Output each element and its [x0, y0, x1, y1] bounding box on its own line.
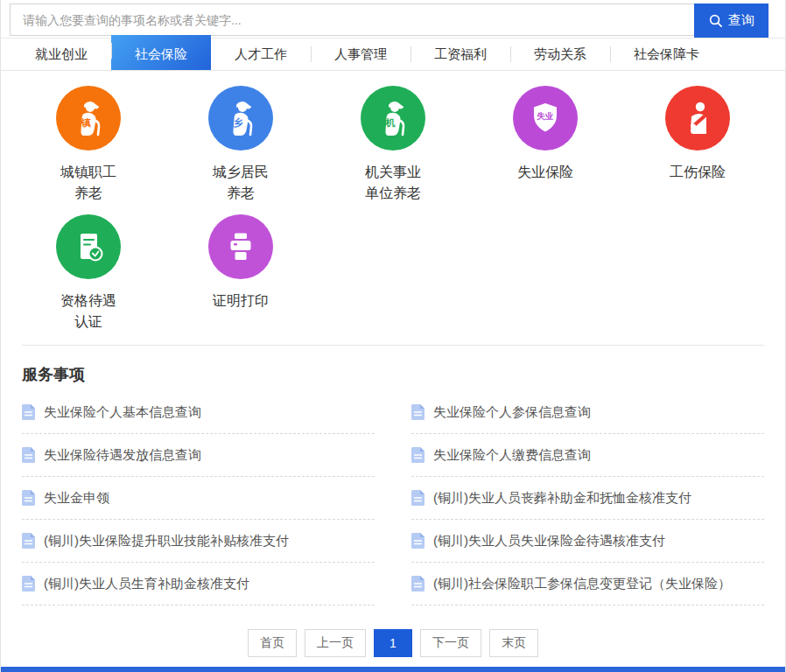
tab-social-security-card[interactable]: 社会保障卡 — [610, 38, 723, 70]
service-label: 失业保险个人参保信息查询 — [433, 404, 591, 421]
document-icon — [411, 533, 425, 549]
pagination-first-button[interactable]: 首页 — [248, 629, 297, 657]
search-button-label: 查询 — [728, 12, 754, 29]
category-urban-worker-pension[interactable]: 镇 城镇职工 养老 — [12, 86, 165, 204]
service-label: (铜川)社会保险职工参保信息变更登记（失业保险） — [433, 576, 731, 592]
service-link[interactable]: 失业保险个人基本信息查询 — [22, 391, 375, 434]
services-section: 服务事项 失业保险个人基本信息查询 失业保险待遇发放信息查询 失业金申领 (铜川 — [1, 364, 785, 606]
category-label: 资格待遇 认证 — [60, 290, 116, 332]
services-title: 服务事项 — [22, 364, 764, 385]
pagination-current-page[interactable]: 1 — [374, 629, 412, 657]
tab-employment[interactable]: 就业创业 — [11, 38, 111, 70]
urban-worker-pension-icon: 镇 — [56, 86, 121, 150]
service-link[interactable]: 失业保险待遇发放信息查询 — [22, 434, 375, 477]
service-link[interactable]: 失业金申领 — [22, 477, 375, 520]
tab-bar: 就业创业 社会保险 人才工作 人事管理 工资福利 劳动关系 社会保障卡 — [1, 38, 785, 71]
category-unemployment-insurance[interactable]: 失业 失业保险 — [469, 86, 621, 204]
service-label: (铜川)失业人员丧葬补助金和抚恤金核准支付 — [433, 490, 691, 507]
category-label: 工伤保险 — [670, 162, 726, 183]
category-certificate-print[interactable]: 证明打印 — [165, 214, 317, 332]
tab-label: 工资福利 — [434, 46, 487, 63]
service-label: (铜川)失业保险提升职业技能补贴核准支付 — [44, 533, 289, 550]
category-label: 证明打印 — [213, 290, 269, 312]
search-box: 查询 — [10, 4, 768, 36]
footer-accent-bar — [1, 667, 785, 672]
search-bar: 查询 — [1, 0, 785, 38]
service-label: (铜川)失业人员失业保险金待遇核准支付 — [433, 533, 665, 550]
search-icon — [708, 13, 723, 28]
svg-text:乡: 乡 — [234, 117, 243, 128]
unemployment-insurance-icon: 失业 — [513, 86, 578, 150]
service-label: 失业保险待遇发放信息查询 — [44, 447, 201, 464]
document-icon — [22, 533, 35, 549]
document-icon — [22, 576, 35, 592]
tab-wages-welfare[interactable]: 工资福利 — [411, 38, 510, 70]
document-icon — [411, 404, 425, 420]
qualification-certification-icon — [56, 214, 121, 279]
search-input[interactable] — [11, 4, 768, 35]
tab-label: 劳动关系 — [534, 46, 586, 63]
category-label: 机关事业 单位养老 — [365, 162, 421, 204]
service-link[interactable]: (铜川)失业人员失业保险金待遇核准支付 — [411, 520, 764, 563]
tab-labor-relations[interactable]: 劳动关系 — [510, 38, 610, 70]
category-label: 失业保险 — [517, 162, 573, 183]
tab-label: 人才工作 — [235, 46, 287, 63]
category-rural-resident-pension[interactable]: 乡 城乡居民 养老 — [165, 86, 317, 204]
tab-social-insurance[interactable]: 社会保险 — [111, 35, 211, 70]
section-divider — [22, 345, 764, 346]
service-link[interactable]: (铜川)失业人员丧葬补助金和抚恤金核准支付 — [411, 477, 764, 520]
tab-talent-work[interactable]: 人才工作 — [211, 38, 311, 70]
service-link[interactable]: 失业保险个人参保信息查询 — [411, 391, 764, 434]
rural-resident-pension-icon: 乡 — [208, 86, 273, 150]
category-qualification-certification[interactable]: 资格待遇 认证 — [12, 214, 165, 332]
work-injury-insurance-icon — [665, 86, 730, 150]
services-left-column: 失业保险个人基本信息查询 失业保险待遇发放信息查询 失业金申领 (铜川)失业保险… — [22, 391, 375, 606]
search-button[interactable]: 查询 — [694, 4, 768, 38]
service-link[interactable]: (铜川)失业保险提升职业技能补贴核准支付 — [22, 520, 375, 563]
category-label: 城镇职工 养老 — [60, 162, 116, 204]
government-agency-pension-icon: 机 — [361, 86, 425, 150]
pagination-prev-button[interactable]: 上一页 — [305, 629, 366, 657]
service-link[interactable]: (铜川)失业人员生育补助金核准支付 — [22, 563, 375, 606]
service-label: 失业保险个人基本信息查询 — [44, 404, 201, 421]
pagination: 首页 上一页 1 下一页 末页 — [1, 629, 785, 657]
svg-text:失业: 失业 — [537, 111, 554, 121]
document-icon — [22, 404, 35, 420]
pagination-last-button[interactable]: 末页 — [489, 629, 538, 657]
tab-personnel-management[interactable]: 人事管理 — [311, 38, 411, 70]
services-grid: 失业保险个人基本信息查询 失业保险待遇发放信息查询 失业金申领 (铜川)失业保险… — [22, 391, 764, 606]
service-label: 失业金申领 — [44, 490, 109, 507]
document-icon — [411, 447, 425, 463]
document-icon — [22, 490, 35, 506]
category-label: 城乡居民 养老 — [213, 162, 269, 204]
certificate-print-icon — [208, 214, 273, 279]
services-right-column: 失业保险个人参保信息查询 失业保险个人缴费信息查询 (铜川)失业人员丧葬补助金和… — [411, 391, 764, 606]
document-icon — [411, 576, 425, 592]
category-work-injury-insurance[interactable]: 工伤保险 — [621, 86, 774, 204]
tab-label: 社会保险 — [135, 46, 187, 63]
service-label: 失业保险个人缴费信息查询 — [433, 447, 591, 464]
tab-label: 就业创业 — [35, 46, 88, 63]
svg-text:机: 机 — [385, 117, 396, 128]
service-link[interactable]: 失业保险个人缴费信息查询 — [411, 434, 764, 477]
document-icon — [22, 447, 35, 463]
pagination-next-button[interactable]: 下一页 — [420, 629, 481, 657]
tab-label: 社会保障卡 — [634, 46, 699, 63]
page-container: 查询 就业创业 社会保险 人才工作 人事管理 工资福利 劳动关系 社会保障卡 镇… — [0, 0, 786, 672]
service-link[interactable]: (铜川)社会保险职工参保信息变更登记（失业保险） — [411, 563, 764, 606]
document-icon — [411, 490, 425, 506]
tab-label: 人事管理 — [334, 46, 387, 63]
service-label: (铜川)失业人员生育补助金核准支付 — [44, 576, 249, 592]
svg-text:镇: 镇 — [81, 117, 92, 128]
category-grid: 镇 城镇职工 养老 乡 城乡居民 养老 — [1, 71, 785, 332]
category-government-agency-pension[interactable]: 机 机关事业 单位养老 — [317, 86, 469, 204]
